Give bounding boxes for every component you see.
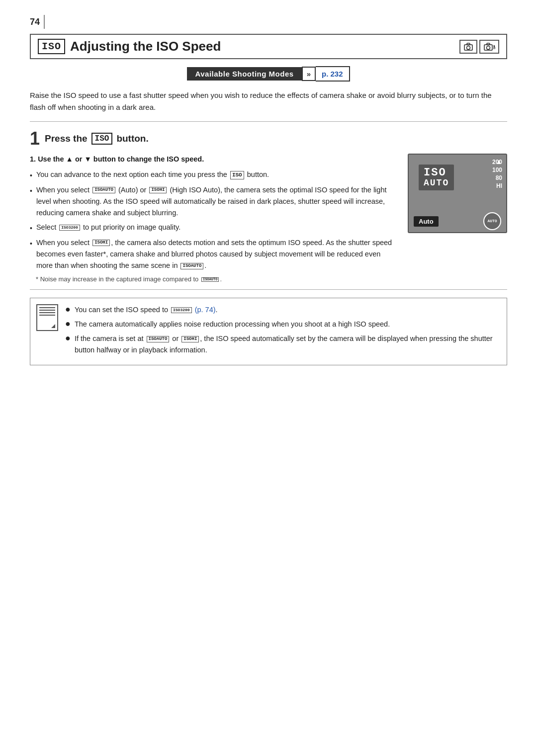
footnote: * Noise may increase in the captured ima…	[36, 274, 398, 284]
intro-text: Raise the ISO speed to use a fast shutte…	[30, 89, 507, 113]
svg-rect-2	[467, 43, 470, 45]
auto-label: Auto	[414, 216, 439, 227]
page-wrapper: 74 ISO Adjusting the ISO Speed M	[0, 0, 537, 756]
step-header: 1 Press the ISO button.	[30, 129, 507, 148]
step-image-col: ▲ 200 100 80 HI ISO AUTO	[408, 154, 507, 233]
note-bullet-3-text: If the camera is set at ISOAUTO or ISOHI…	[75, 333, 499, 356]
camera-icon-auto	[459, 40, 477, 54]
bullet-2: • When you select ISOAUTO (Auto) or ISOH…	[30, 184, 398, 219]
speed-list: 200 100 80 HI	[492, 159, 502, 189]
svg-rect-5	[487, 43, 490, 45]
step-iso-badge: ISO	[91, 133, 113, 145]
note-line-4	[39, 315, 55, 316]
note-link-p74[interactable]: (p. 74)	[195, 306, 216, 314]
iso-auto-icon-footnote: ISOAUTO	[201, 277, 219, 282]
bullet-4: • When you select ISOHI, the camera also…	[30, 237, 398, 272]
note-icon	[36, 304, 58, 331]
page-number-divider	[44, 15, 45, 29]
note-content: ● You can set the ISO speed to ISO3200 (…	[65, 304, 499, 359]
iso-display-auto: AUTO	[424, 178, 449, 187]
note-fold	[51, 324, 55, 328]
iso-display-text: ISO	[424, 168, 449, 178]
bullet-1: • You can advance to the next option eac…	[30, 169, 398, 181]
shooting-modes-arrow: »	[302, 67, 316, 81]
page-title: Adjusting the ISO Speed	[70, 39, 221, 54]
auto-badge: AUTO	[483, 212, 501, 230]
speed-200: 200	[492, 159, 502, 166]
iso-display: ISO AUTO	[419, 165, 454, 190]
speed-hi: HI	[492, 182, 502, 189]
speed-80: 80	[492, 174, 502, 181]
note-line-1	[39, 307, 55, 308]
note-line-3	[39, 312, 55, 313]
note-bullet-3: ● If the camera is set at ISOAUTO or ISO…	[65, 333, 499, 356]
bullet-4-text: When you select ISOHI, the camera also d…	[36, 237, 398, 272]
svg-text:M: M	[493, 45, 495, 50]
camera-icon-qm: M	[479, 40, 499, 54]
note-bullet-1: ● You can set the ISO speed to ISO3200 (…	[65, 304, 499, 316]
camera-svg-auto	[463, 42, 473, 51]
svg-point-4	[487, 46, 490, 49]
note-bullet-2-text: The camera automatically applies noise r…	[75, 319, 390, 330]
substep-1-label: 1.	[30, 155, 36, 163]
step-section: 1 Press the ISO button. 1. Use the ▲ or …	[30, 121, 507, 290]
note-line-2	[39, 310, 55, 311]
iso-badge: ISO	[38, 39, 65, 54]
iso-hi-note-1: ISOHI	[181, 336, 199, 342]
bullet-2-dot: •	[30, 185, 32, 196]
speed-100: 100	[492, 167, 502, 173]
screen-bottom-bar: Auto AUTO	[409, 210, 506, 232]
bullet-2-text: When you select ISOAUTO (Auto) or ISOHI …	[36, 184, 398, 219]
page-number-text: 74	[30, 17, 40, 27]
iso-auto-note-1: ISOAUTO	[147, 336, 170, 342]
camera-svg-qm: M	[483, 42, 495, 51]
step-text-col: 1. Use the ▲ or ▼ button to change the I…	[30, 154, 398, 284]
bullet-3-dot: •	[30, 223, 32, 234]
note-box: ● You can set the ISO speed to ISO3200 (…	[30, 298, 507, 366]
step-title: Press the ISO button.	[45, 129, 149, 145]
note-bullet-2: ● The camera automatically applies noise…	[65, 319, 499, 330]
bullet-3-text: Select ISO3200 to put priority on image …	[36, 222, 180, 233]
iso-3200-icon-1: ISO3200	[59, 225, 80, 231]
iso-auto-icon-1: ISOAUTO	[92, 187, 115, 193]
note-fold-container	[39, 324, 55, 328]
shooting-modes-page[interactable]: p. 232	[316, 66, 350, 82]
bullet-3: • Select ISO3200 to put priority on imag…	[30, 222, 398, 234]
iso-hi-icon-1: ISOHI	[149, 187, 167, 193]
title-section: ISO Adjusting the ISO Speed M	[30, 34, 507, 59]
step-number: 1	[30, 129, 40, 148]
step-title-press: Press the	[45, 133, 88, 144]
note-bullet-3-dot: ●	[65, 333, 71, 344]
auto-badge-text: AUTO	[487, 219, 497, 223]
iso-icon-inline-1: ISO	[230, 171, 244, 179]
step-content: 1. Use the ▲ or ▼ button to change the I…	[30, 154, 507, 284]
camera-screen: ▲ 200 100 80 HI ISO AUTO	[408, 154, 507, 233]
iso-3200-note: ISO3200	[171, 307, 192, 313]
note-bullet-1-text: You can set the ISO speed to ISO3200 (p.…	[75, 304, 218, 316]
note-bullet-1-dot: ●	[65, 304, 71, 315]
title-icons: M	[459, 40, 499, 54]
note-icon-lines	[39, 307, 55, 316]
svg-point-1	[467, 46, 470, 49]
shooting-modes-label: Available Shooting Modes	[187, 67, 301, 81]
iso-auto-icon-2: ISOAUTO	[180, 263, 203, 269]
bullet-1-dot: •	[30, 170, 32, 181]
shooting-modes-bar: Available Shooting Modes » p. 232	[30, 66, 507, 82]
page-number: 74	[30, 15, 507, 29]
substep-1-text: Use the ▲ or ▼ button to change the ISO …	[38, 155, 204, 163]
title-left: ISO Adjusting the ISO Speed	[38, 39, 221, 54]
bullet-4-dot: •	[30, 238, 32, 249]
substep-1: 1. Use the ▲ or ▼ button to change the I…	[30, 154, 398, 165]
bullet-1-text: You can advance to the next option each …	[36, 169, 269, 180]
note-bullet-2-dot: ●	[65, 319, 71, 330]
iso-hi-icon-2: ISOHI	[92, 240, 110, 246]
step-title-button: button.	[116, 133, 148, 144]
